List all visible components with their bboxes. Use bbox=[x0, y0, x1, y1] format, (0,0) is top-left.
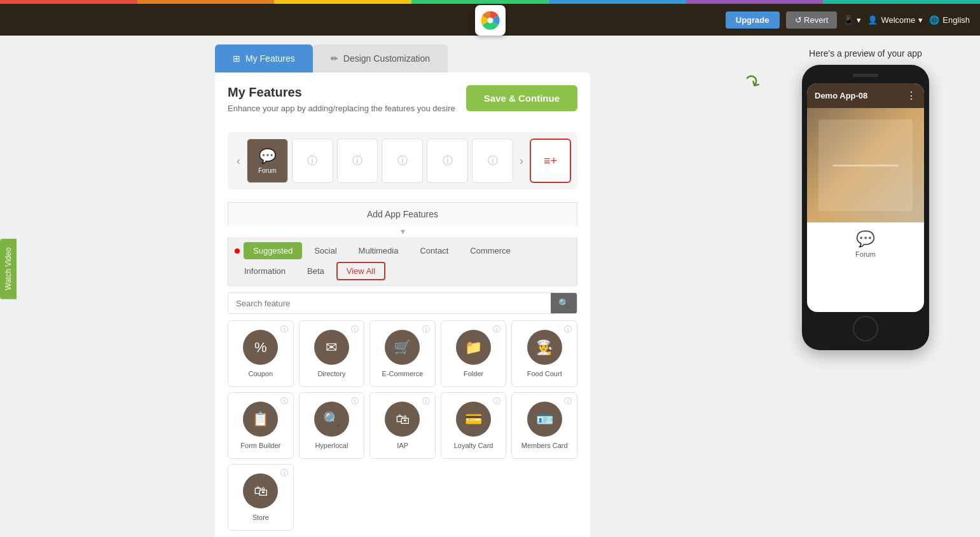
forum-slot-icon: 💬 bbox=[259, 148, 276, 165]
feature-card-coupon[interactable]: ⓘ % Coupon bbox=[228, 320, 294, 387]
filter-tab-beta[interactable]: Beta bbox=[298, 262, 334, 280]
slots-next-arrow[interactable]: › bbox=[517, 152, 526, 170]
filter-tab-suggested[interactable]: Suggested bbox=[244, 242, 302, 259]
welcome-menu[interactable]: 👤 Welcome ▾ bbox=[867, 15, 923, 25]
phone-app-title: Demo App-08 bbox=[815, 91, 867, 100]
language-selector[interactable]: 🌐 English bbox=[929, 15, 970, 25]
grid-icon: ⊞ bbox=[233, 53, 240, 64]
feature-card-ecommerce[interactable]: ⓘ 🛒 E-Commerce bbox=[369, 320, 436, 387]
foodcourt-icon-circle: 👨‍🍳 bbox=[527, 330, 562, 365]
device-selector[interactable]: 📱 ▾ bbox=[843, 15, 861, 25]
hyperlocal-icon-circle: 🔍 bbox=[314, 402, 349, 437]
feature-card-loyaltycard[interactable]: ⓘ 💳 Loyalty Card bbox=[441, 392, 507, 459]
feature-card-folder[interactable]: ⓘ 📁 Folder bbox=[441, 320, 507, 387]
topbar-right: Upgrade ↺ Revert 📱 ▾ 👤 Welcome ▾ 🌐 Engli… bbox=[726, 11, 970, 29]
add-features-header: Add App Features bbox=[228, 202, 577, 226]
formbuilder-label: Form Builder bbox=[240, 442, 280, 449]
formbuilder-icon-circle: 📋 bbox=[243, 402, 278, 437]
feature-card-hyperlocal[interactable]: ⓘ 🔍 Hyperlocal bbox=[299, 392, 365, 459]
phone-outer: Demo App-08 ⋮ 💬 Forum bbox=[802, 65, 929, 350]
feature-info-hyperlocal[interactable]: ⓘ bbox=[351, 396, 359, 407]
feature-card-iap[interactable]: ⓘ 🛍 IAP bbox=[369, 392, 436, 459]
tab-bar: ⊞ My Features ✏ Design Customization bbox=[215, 44, 590, 72]
watch-video-tab[interactable]: Watch Video bbox=[0, 238, 17, 299]
grid-add-icon: ≡+ bbox=[544, 154, 557, 168]
preview-area: Here's a preview of your app ↷ Demo App-… bbox=[751, 36, 980, 363]
search-bar: 🔍 bbox=[228, 292, 577, 314]
feature-info-ecommerce[interactable]: ⓘ bbox=[422, 324, 430, 335]
pencil-icon: ✏ bbox=[331, 53, 338, 64]
feature-card-memberscard[interactable]: ⓘ 🪪 Members Card bbox=[511, 392, 577, 459]
feature-info-store[interactable]: ⓘ bbox=[280, 468, 288, 479]
feature-card-formbuilder[interactable]: ⓘ 📋 Form Builder bbox=[228, 392, 294, 459]
foodcourt-label: Food Court bbox=[527, 370, 562, 377]
feature-info-formbuilder[interactable]: ⓘ bbox=[280, 396, 288, 407]
svg-point-1 bbox=[487, 18, 493, 24]
filter-tab-social[interactable]: Social bbox=[305, 242, 346, 259]
feature-slot-1[interactable]: ⓘ bbox=[292, 139, 333, 183]
topbar: Upgrade ↺ Revert 📱 ▾ 👤 Welcome ▾ 🌐 Engli… bbox=[0, 4, 980, 36]
feature-info-folder[interactable]: ⓘ bbox=[493, 324, 500, 335]
slots-prev-arrow[interactable]: ‹ bbox=[234, 152, 243, 170]
search-input[interactable] bbox=[228, 294, 551, 313]
feature-card-store[interactable]: ⓘ 🛍 Store bbox=[228, 464, 294, 531]
tab-design-customization[interactable]: ✏ Design Customization bbox=[313, 44, 448, 72]
iap-label: IAP bbox=[397, 442, 408, 449]
coupon-label: Coupon bbox=[249, 370, 273, 377]
store-icon-circle: 🛍 bbox=[243, 473, 278, 508]
feature-info-coupon[interactable]: ⓘ bbox=[280, 324, 288, 335]
features-grid: ⓘ % Coupon ⓘ ✉ Directory ⓘ 🛒 E-Commerce … bbox=[228, 320, 577, 531]
feature-slot-2[interactable]: ⓘ bbox=[337, 139, 378, 183]
filter-tabs: Suggested Social Multimedia Contact Comm… bbox=[228, 237, 577, 286]
phone-forum-label: Forum bbox=[855, 250, 876, 258]
forum-slot-label: Forum bbox=[258, 167, 277, 174]
iap-icon-circle: 🛍 bbox=[385, 402, 420, 437]
ecommerce-label: E-Commerce bbox=[382, 370, 424, 377]
folder-icon-circle: 📁 bbox=[456, 330, 491, 365]
hyperlocal-label: Hyperlocal bbox=[315, 442, 348, 449]
user-icon: 👤 bbox=[867, 15, 878, 25]
tab-my-features[interactable]: ⊞ My Features bbox=[215, 44, 313, 72]
memberscard-icon-circle: 🪪 bbox=[527, 402, 562, 437]
panel-header: My Features Enhance your app by adding/r… bbox=[228, 85, 455, 123]
feature-info-directory[interactable]: ⓘ bbox=[351, 324, 359, 335]
feature-info-iap[interactable]: ⓘ bbox=[422, 396, 430, 407]
preview-label: Here's a preview of your app bbox=[764, 48, 967, 58]
feature-info-foodcourt[interactable]: ⓘ bbox=[564, 324, 572, 335]
device-dropdown-icon: ▾ bbox=[857, 15, 861, 25]
upgrade-button[interactable]: Upgrade bbox=[726, 11, 780, 29]
app-logo bbox=[475, 5, 506, 36]
ecommerce-icon-circle: 🛒 bbox=[385, 330, 420, 365]
loyaltycard-label: Loyalty Card bbox=[454, 442, 493, 449]
globe-icon: 🌐 bbox=[929, 15, 939, 25]
phone-screen: Demo App-08 ⋮ 💬 Forum bbox=[807, 83, 924, 312]
feature-slot-0[interactable]: 💬 Forum bbox=[247, 139, 288, 183]
feature-info-loyaltycard[interactable]: ⓘ bbox=[493, 396, 500, 407]
feature-card-foodcourt[interactable]: ⓘ 👨‍🍳 Food Court bbox=[511, 320, 577, 387]
slot-info-icon-3: ⓘ bbox=[397, 154, 408, 168]
memberscard-label: Members Card bbox=[521, 442, 568, 449]
add-slot-button[interactable]: ≡+ bbox=[530, 139, 571, 183]
panel-subtitle: Enhance your app by adding/replacing the… bbox=[228, 104, 455, 113]
filter-tab-information[interactable]: Information bbox=[235, 262, 295, 280]
slot-info-icon-2: ⓘ bbox=[352, 154, 362, 168]
feature-card-directory[interactable]: ⓘ ✉ Directory bbox=[299, 320, 365, 387]
revert-button[interactable]: ↺ Revert bbox=[786, 11, 838, 29]
save-continue-button[interactable]: Save & Continue bbox=[466, 85, 577, 111]
phone-app-header: Demo App-08 ⋮ bbox=[807, 83, 924, 108]
filter-tab-contact[interactable]: Contact bbox=[410, 242, 458, 259]
feature-slot-3[interactable]: ⓘ bbox=[382, 139, 423, 183]
feature-slot-4[interactable]: ⓘ bbox=[427, 139, 468, 183]
slot-info-icon-4: ⓘ bbox=[443, 154, 453, 168]
app-builder: ⊞ My Features ✏ Design Customization My … bbox=[215, 44, 590, 537]
filter-tab-multimedia[interactable]: Multimedia bbox=[349, 242, 408, 259]
slot-info-icon-5: ⓘ bbox=[488, 154, 498, 168]
panel-title: My Features bbox=[228, 85, 455, 100]
search-button[interactable]: 🔍 bbox=[551, 293, 577, 313]
filter-tab-commerce[interactable]: Commerce bbox=[460, 242, 520, 259]
feature-slot-5[interactable]: ⓘ bbox=[472, 139, 513, 183]
chevron-down-indicator: ▾ bbox=[401, 226, 405, 236]
directory-icon-circle: ✉ bbox=[314, 330, 349, 365]
feature-info-memberscard[interactable]: ⓘ bbox=[564, 396, 572, 407]
filter-tab-view-all[interactable]: View All bbox=[336, 262, 385, 280]
